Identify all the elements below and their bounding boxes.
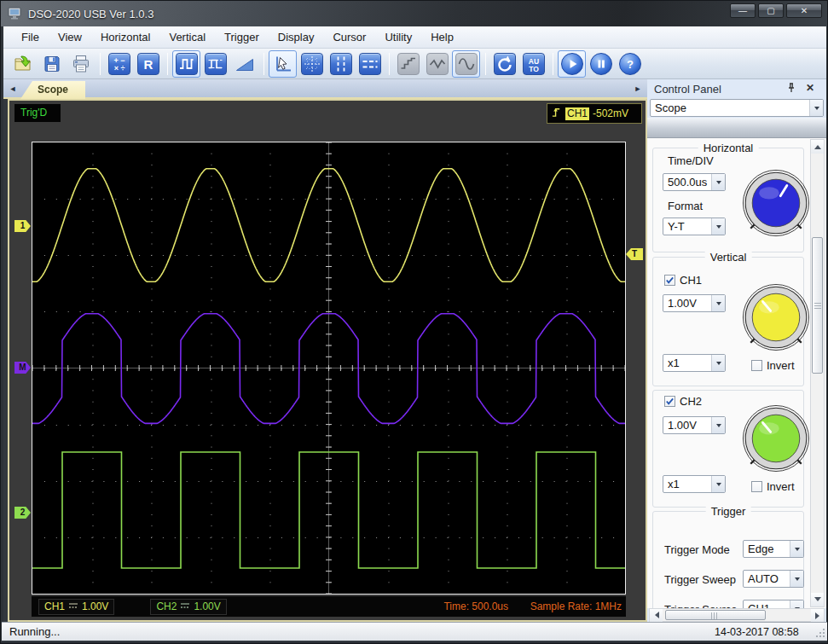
menu-file[interactable]: File [12,26,49,48]
ch1-invert-checkbox[interactable] [751,360,762,371]
menu-help[interactable]: Help [421,26,463,48]
pulse-levels-icon [205,53,227,75]
print-button[interactable] [67,50,95,78]
run-button[interactable] [558,50,586,78]
time-div-combo[interactable]: 500.0us [663,173,726,191]
trigger-source-value: CH1 [744,600,790,608]
ch2-position-marker[interactable]: 2 [14,507,31,519]
format-value: Y-T [663,218,711,235]
panel-divider [647,118,826,138]
linear-wave-icon [426,53,449,75]
tab-scroll-right-icon[interactable]: ► [632,82,644,96]
trigger-level-marker[interactable]: T [626,248,643,260]
pulse-button[interactable] [172,50,200,78]
close-button[interactable]: ✕ [786,3,822,18]
horizontal-scrollbar[interactable] [649,608,825,622]
save-button[interactable] [38,50,66,78]
cursor-arrow-button[interactable] [269,50,297,78]
open-button[interactable] [9,50,37,78]
trigger-mode-combo[interactable]: Edge [743,540,804,558]
maximize-button[interactable]: ▢ [758,3,784,18]
trigger-sweep-label: Trigger Sweep [664,573,736,586]
ch2-invert-checkbox[interactable] [751,481,762,492]
scope-panel: Trig'D CH1 -502mV CH1 1.00V CH2 [8,99,647,622]
menu-view[interactable]: View [49,26,91,48]
ch2-enable-checkbox[interactable] [664,396,675,407]
menu-horizontal[interactable]: Horizontal [91,26,160,48]
sine-interp-button [452,50,480,78]
window-title: DSO-2020 USB Ver 1.0.3 [28,8,153,20]
ramp-button[interactable] [230,50,258,78]
pulse-levels-button[interactable] [201,50,229,78]
ch1-label: CH1 [44,600,65,612]
tab-scope[interactable]: Scope [20,81,85,99]
refresh-icon [494,53,516,75]
resize-grip[interactable] [814,627,825,638]
refresh-button[interactable] [490,50,518,78]
ch1-probe-value: x1 [663,355,711,371]
horizontal-position-knob[interactable] [739,166,813,240]
menu-vertical[interactable]: Vertical [159,26,215,48]
svg-text:?: ? [627,58,634,71]
format-label: Format [668,200,703,212]
control-panel: Control Panel ✕ Scope Horizontal Time/DI… [647,79,826,622]
ch1-enable-checkbox[interactable] [664,275,675,286]
help-button[interactable]: ? [616,50,644,78]
menu-cursor[interactable]: Cursor [323,26,375,48]
grid-button[interactable] [298,50,326,78]
minimize-button[interactable]: — [730,3,756,18]
menu-trigger[interactable]: Trigger [215,26,269,48]
ch2-enable-row: CH2 [664,395,702,408]
scroll-left-icon[interactable] [650,609,663,622]
vertical-scrollbar-thumb[interactable] [812,237,823,374]
ch1-probe-combo[interactable]: x1 [663,354,726,372]
format-combo[interactable]: Y-T [663,218,726,235]
panel-selector-value: Scope [651,100,809,116]
auto-icon: AUTO [523,53,545,75]
vertical-group-title: Vertical [705,251,752,264]
horizontal-cursors-button[interactable] [356,50,384,78]
math-button[interactable]: + −× ÷ [105,50,133,78]
svg-text:TO: TO [529,64,539,73]
chevron-down-icon [711,174,725,190]
scope-readout-bar: CH1 1.00V CH2 1.00V Time: 500.0us Sample… [32,596,626,617]
auto-setup-button[interactable]: AUTO [519,50,547,78]
control-panel-header: Control Panel ✕ [647,79,826,98]
control-panel-close-icon[interactable]: ✕ [804,81,816,95]
window-frame-edge [1,641,828,644]
ch2-probe-combo[interactable]: x1 [663,475,726,493]
scroll-up-icon[interactable] [811,140,824,154]
pin-icon[interactable] [785,82,797,94]
math-position-marker[interactable]: M [14,362,31,374]
sample-rate-readout: Sample Rate: 1MHz [530,600,622,612]
toolbar: + −× ÷RAUTO? [3,49,826,79]
ch2-position-knob[interactable] [739,402,813,475]
scroll-down-icon[interactable] [811,593,824,606]
tab-scroll-left-icon[interactable]: ◄ [7,82,19,96]
vertical-scrollbar[interactable] [810,139,825,607]
trigger-sweep-combo[interactable]: AUTO [743,570,804,588]
tab-bar: ◄ Scope ► [3,79,647,99]
panel-selector-combo[interactable]: Scope [650,99,824,117]
ch1-scale-combo[interactable]: 1.00V [663,294,726,312]
vertical-cursors-button[interactable] [327,50,355,78]
horizontal-scrollbar-thumb[interactable] [665,610,766,620]
cursor-arrow-icon [272,53,294,75]
status-text: Running... [9,625,60,638]
menu-utility[interactable]: Utility [375,26,421,48]
menu-display[interactable]: Display [269,26,324,48]
scroll-right-icon[interactable] [811,609,824,622]
ch2-scale-combo[interactable]: 1.00V [663,416,726,434]
trigger-mode-label: Trigger Mode [664,543,730,556]
reference-button[interactable]: R [134,50,162,78]
pause-button[interactable] [587,50,615,78]
trigger-source-combo[interactable]: CH1 [743,600,804,608]
ch1-position-knob[interactable] [739,281,813,354]
horizontal-group-title: Horizontal [698,142,759,154]
ch1-position-marker[interactable]: 1 [14,220,31,232]
pulse-icon [176,53,198,75]
chevron-down-icon [711,476,725,492]
play-icon [561,53,583,75]
trigger-source-badge: CH1 [565,107,589,120]
ch1-enable-row: CH1 [664,274,702,287]
